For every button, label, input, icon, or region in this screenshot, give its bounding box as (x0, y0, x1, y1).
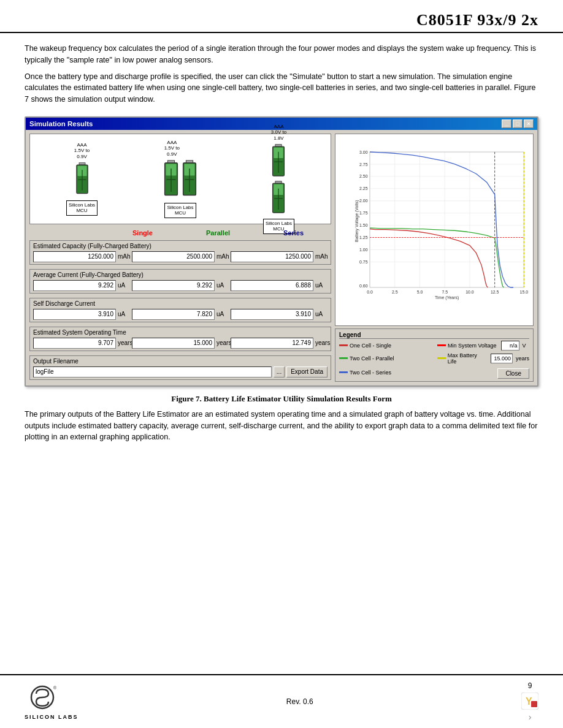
self-discharge-unit-parallel: uA (216, 311, 229, 317)
parallel-col-header: Parallel (180, 229, 256, 237)
battery-diagram: AAA1.5V to0.9V Silicon LabsMCU (29, 134, 331, 224)
operating-time-parallel[interactable] (132, 338, 215, 349)
parallel-cell-label1: AAA1.5V to0.9V (164, 140, 180, 157)
svg-text:1.00: 1.00 (359, 248, 368, 252)
self-discharge-unit-single: uA (118, 311, 130, 317)
filename-label: Output Filename (33, 358, 327, 365)
series-cell-label: AAA3.0V to1.8V (271, 124, 286, 142)
svg-text:Battery Voltage (Volts): Battery Voltage (Volts) (354, 200, 359, 241)
capacity-unit-parallel: mAh (216, 253, 229, 260)
avg-current-single[interactable] (33, 280, 116, 291)
svg-rect-25 (370, 152, 524, 287)
intro-para1: The wakeup frequency box calculates the … (25, 43, 538, 66)
legend-years-unit: years (516, 355, 529, 362)
parallel-mcu: Silicon LabsMCU (164, 203, 196, 218)
self-discharge-section: Self Discharge Current uA uA uA (29, 298, 331, 322)
figure-caption: Figure 7. Battery Life Estimator Utility… (25, 394, 538, 404)
page-title: C8051F 93x/9 2x (416, 11, 538, 29)
footer-logo-text: SILICON LABS (25, 714, 79, 720)
operating-time-row: years years years (33, 338, 327, 349)
legend-label-max-life: Max Battery Life (448, 352, 486, 365)
y-logo-icon: Y (521, 692, 538, 710)
right-panel: 3.00 2.75 2.50 2.25 2.00 1.75 1.50 1.25 … (335, 134, 534, 382)
footer-logo: ® SILICON LABS (25, 683, 79, 720)
parallel-battery-svg2 (181, 159, 198, 201)
svg-text:®: ® (53, 686, 57, 690)
parallel-battery-svg1 (163, 159, 180, 201)
svg-text:1.50: 1.50 (359, 223, 368, 227)
operating-time-unit-single: years (118, 339, 130, 346)
avg-current-row: uA uA uA (33, 280, 327, 291)
legend-item-series: Two Cell - Series (339, 370, 431, 376)
legend-item-parallel: Two Cell - Parallel (339, 355, 431, 362)
footer: ® SILICON LABS Rev. 0.6 9 Y › (0, 674, 563, 728)
maximize-button[interactable]: □ (513, 119, 523, 128)
legend-item-max-life: Max Battery Life years (437, 352, 529, 365)
legend-color-single (339, 344, 348, 346)
svg-text:Time (Years): Time (Years) (435, 295, 459, 300)
svg-text:0.0: 0.0 (367, 290, 373, 294)
series-col-header: Series (256, 229, 331, 237)
capacity-unit-single: mAh (118, 253, 130, 260)
legend-item-min-voltage: Min System Voltage V (437, 341, 529, 351)
legend-years-value[interactable] (491, 354, 513, 363)
operating-time-unit-parallel: years (216, 339, 229, 346)
svg-text:0.60: 0.60 (359, 284, 368, 288)
svg-text:1.25: 1.25 (359, 235, 368, 240)
self-discharge-label: Self Discharge Current (33, 300, 327, 307)
capacity-parallel[interactable] (132, 251, 215, 262)
legend-color-max-life (437, 357, 446, 359)
legend-voltage-value[interactable] (501, 341, 519, 351)
avg-current-unit-single: uA (118, 282, 130, 289)
capacity-label: Estimated Capacity (Fully-Charged Batter… (33, 243, 327, 249)
self-discharge-row: uA uA uA (33, 309, 327, 320)
single-battery-svg (74, 162, 91, 199)
svg-text:2.50: 2.50 (359, 174, 368, 178)
legend-label-parallel: Two Cell - Parallel (350, 355, 394, 362)
single-cell-group: AAA1.5V to0.9V Silicon LabsMCU (66, 142, 98, 216)
operating-time-series[interactable] (231, 338, 313, 349)
single-col-header: Single (105, 229, 180, 237)
svg-text:2.25: 2.25 (359, 186, 368, 191)
legend-label-single: One Cell - Single (350, 343, 391, 349)
svg-text:2.5: 2.5 (392, 290, 398, 294)
legend-title: Legend (339, 332, 529, 339)
operating-time-single[interactable] (33, 338, 116, 349)
export-button[interactable]: Export Data (286, 366, 327, 377)
series-cell-group: AAA3.0V to1.8V (263, 124, 294, 234)
browse-button[interactable]: ... (274, 366, 285, 377)
filename-input[interactable] (33, 366, 272, 377)
legend-label-series: Two Cell - Series (350, 370, 391, 376)
legend-color-min-voltage (437, 344, 446, 346)
sim-title: Simulation Results (29, 120, 93, 127)
capacity-row: mAh mAh mAh (33, 251, 327, 262)
legend-color-series (339, 371, 348, 373)
avg-current-label: Average Current (Fully-Charged Battery) (33, 271, 327, 278)
nav-arrow-icon[interactable]: › (529, 712, 532, 722)
avg-current-section: Average Current (Fully-Charged Battery) … (29, 269, 331, 294)
self-discharge-single[interactable] (33, 309, 116, 320)
parallel-cell-group: AAA1.5V to0.9V AAA1.5V to0.9V (163, 140, 198, 218)
self-discharge-parallel[interactable] (132, 309, 215, 320)
self-discharge-series[interactable] (231, 309, 313, 320)
minimize-button[interactable]: _ (502, 119, 511, 128)
capacity-series[interactable] (231, 251, 313, 262)
avg-current-unit-parallel: uA (216, 282, 229, 289)
simulation-window: Simulation Results _ □ × AAA1.5V to0.9V (25, 116, 538, 387)
capacity-single[interactable] (33, 251, 116, 262)
self-discharge-unit-series: uA (315, 311, 327, 317)
intro-para2: Once the battery type and discharge prof… (25, 71, 538, 105)
close-window-button[interactable]: × (524, 119, 534, 128)
svg-text:7.5: 7.5 (442, 290, 448, 294)
svg-text:3.00: 3.00 (359, 150, 368, 154)
avg-current-parallel[interactable] (132, 280, 215, 291)
svg-text:0.75: 0.75 (359, 260, 368, 264)
legend-label-min-voltage: Min System Voltage (448, 343, 497, 349)
chart-svg: 3.00 2.75 2.50 2.25 2.00 1.75 1.50 1.25 … (354, 138, 529, 309)
svg-text:10.0: 10.0 (465, 290, 474, 294)
svg-text:12.5: 12.5 (491, 290, 499, 294)
sim-close-button[interactable]: Close (497, 368, 529, 379)
single-mcu: Silicon LabsMCU (66, 200, 98, 216)
single-cell-label: AAA1.5V to0.9V (74, 142, 90, 160)
avg-current-series[interactable] (231, 280, 313, 291)
